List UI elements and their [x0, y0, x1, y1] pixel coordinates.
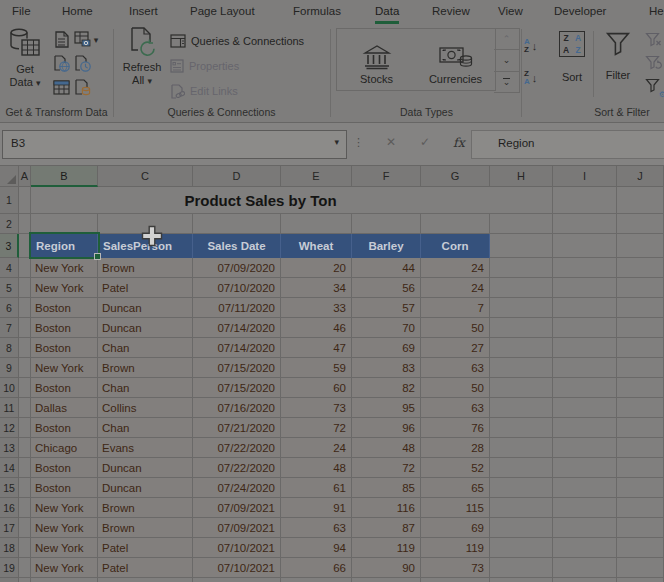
cell-F17[interactable]: 87 — [352, 518, 421, 538]
cell-H6[interactable] — [490, 298, 553, 318]
properties-button[interactable]: Properties — [170, 56, 239, 76]
tab-data[interactable]: Data — [375, 5, 399, 24]
tab-home[interactable]: Home — [62, 5, 93, 21]
cell-E5[interactable]: 34 — [281, 278, 352, 298]
cell-G18[interactable]: 119 — [421, 538, 490, 558]
cell-D19[interactable]: 07/10/2021 — [193, 558, 281, 578]
cell-F10[interactable]: 82 — [352, 378, 421, 398]
cell-B8[interactable]: Boston — [31, 338, 98, 358]
cell-G12[interactable]: 76 — [421, 418, 490, 438]
row-header-9[interactable]: 9 — [0, 358, 19, 378]
column-header-A[interactable]: A — [19, 166, 31, 187]
column-header-B[interactable]: B — [31, 166, 98, 187]
cell-J10[interactable] — [617, 378, 664, 398]
cell-C10[interactable]: Chan — [98, 378, 193, 398]
name-box[interactable]: B3 ▾ — [2, 130, 347, 159]
cell-F14[interactable]: 72 — [352, 458, 421, 478]
cell-A13[interactable] — [19, 438, 31, 458]
row-header-10[interactable]: 10 — [0, 378, 19, 398]
cell-G7[interactable]: 50 — [421, 318, 490, 338]
cell-D17[interactable]: 07/09/2021 — [193, 518, 281, 538]
cell-E12[interactable]: 72 — [281, 418, 352, 438]
cell-D8[interactable]: 07/14/2020 — [193, 338, 281, 358]
selection-fill-handle[interactable] — [94, 253, 101, 260]
cell-J5[interactable] — [617, 278, 664, 298]
clear-filter-button[interactable] — [645, 32, 664, 51]
row-header-7[interactable]: 7 — [0, 318, 19, 338]
cell-J1[interactable] — [617, 187, 664, 214]
cell-E15[interactable]: 61 — [281, 478, 352, 498]
cell-I13[interactable] — [553, 438, 617, 458]
cell-I6[interactable] — [553, 298, 617, 318]
column-header-G[interactable]: G — [421, 166, 490, 187]
tab-review[interactable]: Review — [432, 5, 470, 21]
cell-C5[interactable]: Patel — [98, 278, 193, 298]
cell-C16[interactable]: Brown — [98, 498, 193, 518]
cell-E14[interactable]: 48 — [281, 458, 352, 478]
cell-F12[interactable]: 96 — [352, 418, 421, 438]
get-data-button[interactable]: Get Data ▾ — [2, 27, 48, 101]
table-header-sales-date[interactable]: Sales Date — [193, 234, 281, 258]
cell-E18[interactable]: 94 — [281, 538, 352, 558]
cell-D13[interactable]: 07/22/2020 — [193, 438, 281, 458]
cell-D20[interactable] — [193, 578, 281, 582]
cell-G17[interactable]: 69 — [421, 518, 490, 538]
cell-A5[interactable] — [19, 278, 31, 298]
cell-H1[interactable] — [490, 187, 553, 214]
cell-A1[interactable] — [19, 187, 31, 214]
row-header-1[interactable]: 1 — [0, 187, 19, 214]
cell-H16[interactable] — [490, 498, 553, 518]
cell-D15[interactable]: 07/24/2020 — [193, 478, 281, 498]
cell-G19[interactable]: 73 — [421, 558, 490, 578]
cell-G15[interactable]: 65 — [421, 478, 490, 498]
cell-A11[interactable] — [19, 398, 31, 418]
cell-C9[interactable]: Brown — [98, 358, 193, 378]
cell-A17[interactable] — [19, 518, 31, 538]
cell-C19[interactable]: Patel — [98, 558, 193, 578]
gallery-scroll-up-button[interactable]: ⌃ — [494, 29, 519, 50]
refresh-all-button[interactable]: Refresh All ▾ — [116, 27, 168, 101]
advanced-filter-button[interactable]: ⚙ — [645, 78, 664, 97]
cell-I7[interactable] — [553, 318, 617, 338]
cell-D9[interactable]: 07/15/2020 — [193, 358, 281, 378]
sort-button[interactable]: Z A A Z Sort — [552, 27, 592, 101]
cell-G10[interactable]: 50 — [421, 378, 490, 398]
cell-D10[interactable]: 07/15/2020 — [193, 378, 281, 398]
column-header-E[interactable]: E — [281, 166, 352, 187]
insert-function-button[interactable]: fx — [453, 135, 465, 150]
cell-J17[interactable] — [617, 518, 664, 538]
cell-E9[interactable]: 59 — [281, 358, 352, 378]
cell-B9[interactable]: New York — [31, 358, 98, 378]
from-text-csv-button[interactable] — [52, 30, 70, 48]
cell-C15[interactable]: Duncan — [98, 478, 193, 498]
cell-B14[interactable]: Boston — [31, 458, 98, 478]
cell-B10[interactable]: Boston — [31, 378, 98, 398]
cell-H5[interactable] — [490, 278, 553, 298]
cell-E6[interactable]: 33 — [281, 298, 352, 318]
cell-F2[interactable] — [352, 214, 421, 234]
cell-B20[interactable] — [31, 578, 98, 582]
from-web-button[interactable] — [52, 54, 70, 72]
cell-J7[interactable] — [617, 318, 664, 338]
cell-A14[interactable] — [19, 458, 31, 478]
cell-D16[interactable]: 07/09/2021 — [193, 498, 281, 518]
cell-F19[interactable]: 90 — [352, 558, 421, 578]
cell-E4[interactable]: 20 — [281, 258, 352, 278]
row-header-11[interactable]: 11 — [0, 398, 19, 418]
cell-B2[interactable] — [31, 214, 98, 234]
cell-J11[interactable] — [617, 398, 664, 418]
cell-G13[interactable]: 28 — [421, 438, 490, 458]
cell-H7[interactable] — [490, 318, 553, 338]
cell-D4[interactable]: 07/09/2020 — [193, 258, 281, 278]
cell-I1[interactable] — [553, 187, 617, 214]
cell-H12[interactable] — [490, 418, 553, 438]
cell-C8[interactable]: Chan — [98, 338, 193, 358]
cell-I3[interactable] — [553, 234, 617, 258]
cell-J20[interactable] — [617, 578, 664, 582]
cell-F6[interactable]: 57 — [352, 298, 421, 318]
cell-B11[interactable]: Dallas — [31, 398, 98, 418]
cell-H3[interactable] — [490, 234, 553, 258]
cell-E17[interactable]: 63 — [281, 518, 352, 538]
cell-B13[interactable]: Chicago — [31, 438, 98, 458]
cell-B6[interactable]: Boston — [31, 298, 98, 318]
